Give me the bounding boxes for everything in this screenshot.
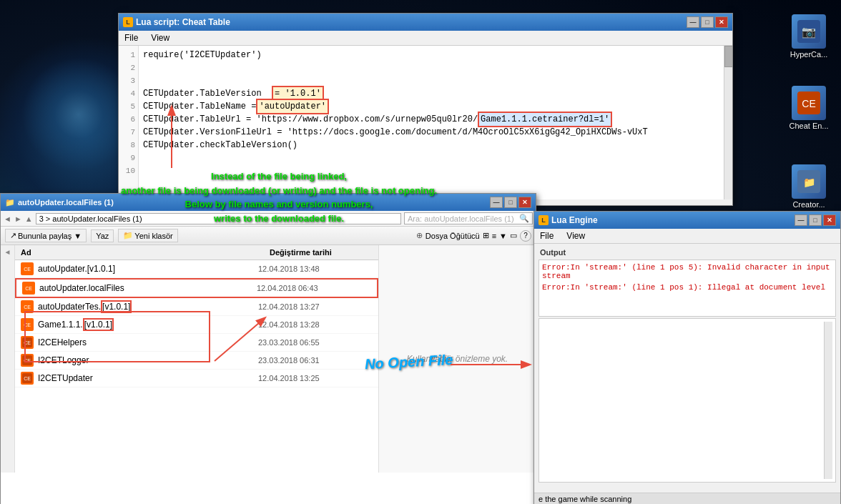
- menu-view[interactable]: View: [148, 32, 172, 44]
- file-date-6: 23.03.2018 06:31: [258, 356, 373, 365]
- file-date-2: 12.04.2018 06:43: [257, 284, 371, 292]
- hyperca-label: HyperCa...: [790, 50, 828, 59]
- svg-text:📷: 📷: [802, 25, 816, 39]
- lua-engine-menu-file[interactable]: File: [537, 230, 556, 242]
- file-name-2: autoUpdater.localFiles: [39, 283, 257, 293]
- lua-engine-minimize[interactable]: —: [795, 214, 807, 226]
- col-name: Ad: [15, 247, 264, 258]
- output-label: Output: [537, 247, 837, 258]
- desktop-icon-hyperca[interactable]: 📷 HyperCa...: [784, 14, 834, 59]
- annotation-line3: Below by file names and version numbers,: [36, 197, 522, 212]
- view-icon2[interactable]: ≡: [492, 232, 496, 240]
- svg-text:CE: CE: [24, 322, 31, 327]
- desktop-icon-cheaten[interactable]: CE Cheat En...: [784, 86, 834, 130]
- code-line-3: [143, 74, 719, 87]
- code-line-1: require('I2CETUpdater'): [143, 49, 719, 61]
- sidebar-toggle[interactable]: ◄: [4, 248, 11, 256]
- annotation-line1: Instead of the file being linked,: [36, 169, 522, 184]
- code-line-7: CETUpdater.VersionFileUrl = 'https://doc…: [143, 126, 719, 139]
- code-line-4: CETUpdater.TableVersion = '1.0.1': [143, 87, 719, 100]
- explorer-window: 📁 autoUpdater.localFiles (1) — □ ✕ ◄ ► ▲…: [0, 193, 536, 504]
- write-button[interactable]: Yaz: [91, 229, 114, 242]
- file-row-2[interactable]: CE autoUpdater.localFiles 12.04.2018 06:…: [15, 278, 378, 298]
- view-dropdown[interactable]: ▼: [499, 232, 507, 240]
- file-row-3[interactable]: CE autoUpdaterTes.[v1.0.1] 12.04.2018 13…: [15, 298, 378, 316]
- tablename-highlight: 'autoUpdater': [256, 99, 329, 114]
- lua-output-scrollbar[interactable]: [824, 322, 832, 479]
- lua-engine-icon: L: [538, 215, 549, 225]
- annotation-text: Instead of the file being linked, anothe…: [36, 169, 522, 225]
- svg-text:CE: CE: [24, 376, 31, 381]
- lua-menubar: File View: [119, 31, 732, 46]
- explorer-title-icon: 📁: [5, 198, 15, 207]
- close-button[interactable]: ✕: [715, 16, 728, 28]
- file-row-4[interactable]: CE Game1.1.1.[v1.0.1] 12.04.2018 13:28: [15, 316, 378, 334]
- code-line-2: [143, 61, 719, 74]
- lua-engine-close[interactable]: ✕: [823, 214, 836, 226]
- file-name-3: autoUpdaterTes.[v1.0.1]: [38, 302, 258, 312]
- file-name-6: I2CETLogger: [38, 355, 258, 365]
- code-text-6a: CETUpdater.TableUrl = 'https://www.dropb…: [143, 113, 478, 126]
- code-text-8: CETUpdater.checkTableVersion(): [143, 139, 297, 152]
- dosya-text: Dosya Öğütücü: [426, 232, 480, 240]
- lua-engine-menu-view[interactable]: View: [564, 230, 588, 242]
- hyperca-icon: 📷: [792, 14, 826, 49]
- svg-text:📁: 📁: [803, 177, 816, 189]
- code-line-6: CETUpdater.TableUrl = 'https://www.dropb…: [143, 113, 719, 126]
- scrollbar-thumb[interactable]: [724, 46, 732, 67]
- file-name-1: autoUpdater.[v1.0.1]: [38, 264, 258, 274]
- new-folder-label: Yeni klasör: [134, 232, 172, 240]
- back-button[interactable]: ◄: [4, 214, 11, 223]
- tableurl-highlight: Game1.1.1.cetrainer?dl=1': [478, 112, 612, 127]
- file-date-5: 23.03.2018 06:55: [258, 338, 373, 347]
- code-text-7: CETUpdater.VersionFileUrl = 'https://doc…: [143, 126, 648, 139]
- help-button[interactable]: ?: [520, 230, 531, 242]
- code-line-9: [143, 152, 719, 164]
- code-text-5a: CETUpdater.TableName =: [143, 100, 256, 113]
- lua-window-title: Lua script: Cheat Table: [136, 17, 230, 27]
- view-icon3[interactable]: ▭: [510, 231, 517, 240]
- share-icon: ↗: [10, 231, 16, 240]
- file-row-1[interactable]: CE autoUpdater.[v1.0.1] 12.04.2018 13:48: [15, 260, 378, 278]
- lua-engine-maximize[interactable]: □: [809, 214, 822, 226]
- code-text-4a: CETUpdater.TableVersion: [143, 87, 272, 100]
- error-line-2: Error:In 'stream:' (line 1 pos 1): Illeg…: [542, 283, 832, 292]
- col-date: Değiştirme tarihi: [264, 247, 378, 258]
- svg-text:CE: CE: [25, 286, 32, 291]
- ribbon: ↗ Bununla paylaş ▼ Yaz 📁 Yeni klasör ⊕ D…: [1, 227, 536, 245]
- explorer-sidebar: ◄: [1, 245, 15, 473]
- lua-output-bottom: [538, 318, 836, 483]
- svg-text:CE: CE: [24, 358, 31, 363]
- titlebar-left: L Lua script: Cheat Table: [123, 17, 230, 27]
- lua-window-titlebar: L Lua script: Cheat Table — □ ✕: [119, 14, 732, 31]
- file-row-6[interactable]: CE I2CETLogger 23.03.2018 06:31: [15, 352, 378, 370]
- file-icon-1: CE: [21, 262, 34, 275]
- code-text-1: require('I2CETUpdater'): [143, 49, 262, 61]
- maximize-button[interactable]: □: [701, 16, 714, 28]
- cheaten-label: Cheat En...: [789, 122, 828, 130]
- file-icon-7: CE: [21, 372, 34, 385]
- file-name-5: I2CEHelpers: [38, 337, 258, 347]
- lua-engine-statusbar: e the game while scanning: [534, 493, 840, 504]
- file-icon-5: CE: [21, 336, 34, 349]
- forward-button[interactable]: ►: [14, 214, 22, 223]
- file-row-5[interactable]: CE I2CEHelpers 23.03.2018 06:55: [15, 334, 378, 352]
- view-icon1[interactable]: ⊞: [483, 231, 489, 240]
- code-line-5: CETUpdater.TableName = 'autoUpdater': [143, 100, 719, 113]
- file-row-7[interactable]: CE I2CETUpdater 12.04.2018 13:25: [15, 370, 378, 387]
- minimize-button[interactable]: —: [687, 16, 699, 28]
- desktop-icon-creator[interactable]: 📁 Creator...: [784, 164, 834, 209]
- file-date-3: 12.04.2018 13:27: [258, 302, 373, 311]
- write-label: Yaz: [96, 232, 109, 240]
- svg-text:CE: CE: [24, 305, 31, 310]
- code-scrollbar[interactable]: [724, 46, 732, 199]
- new-folder-button[interactable]: 📁 Yeni klasör: [118, 229, 177, 242]
- creator-icon: 📁: [792, 164, 826, 199]
- up-button[interactable]: ▲: [25, 214, 33, 223]
- share-button[interactable]: ↗ Bununla paylaş ▼: [5, 229, 87, 242]
- code-line-8: CETUpdater.checkTableVersion(): [143, 139, 719, 152]
- svg-text:CE: CE: [24, 267, 31, 272]
- annotation-line2: another file is being downloaded (or wri…: [36, 184, 522, 198]
- menu-file[interactable]: File: [122, 32, 141, 44]
- ribbon-right: ⊕ Dosya Öğütücü ⊞ ≡ ▼ ▭ ?: [416, 230, 531, 242]
